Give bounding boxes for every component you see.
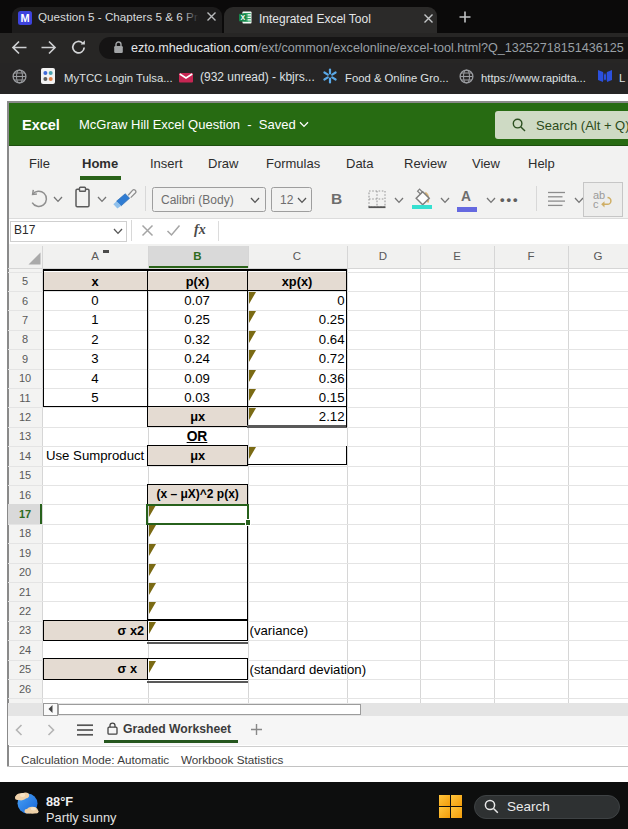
svg-text:X: X (240, 14, 245, 21)
svg-text:c: c (593, 198, 599, 210)
